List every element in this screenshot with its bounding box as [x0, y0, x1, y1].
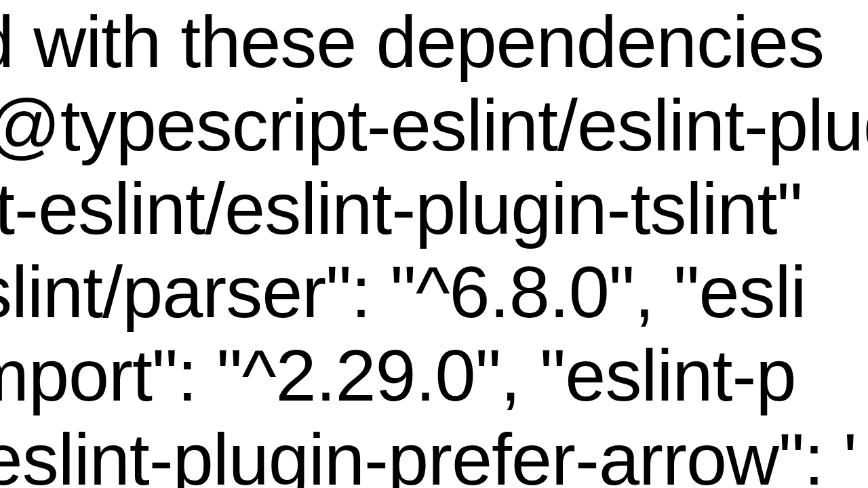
text-line-1: ed with these dependencies [0, 0, 868, 83]
text-line-3: ript-eslint/eslint-plugin-tslint" [0, 167, 868, 250]
text-line-4: eslint/parser": "^6.8.0", "esli [0, 250, 868, 333]
document-text: ed with these dependencies @typescript-e… [0, 0, 868, 488]
text-line-6: 'eslint-plugin-prefer-arrow": ' [0, 418, 868, 488]
text-line-5: -import": "^2.29.0", "eslint-p [0, 333, 868, 417]
text-line-2: @typescript-eslint/eslint-plug [0, 83, 868, 167]
